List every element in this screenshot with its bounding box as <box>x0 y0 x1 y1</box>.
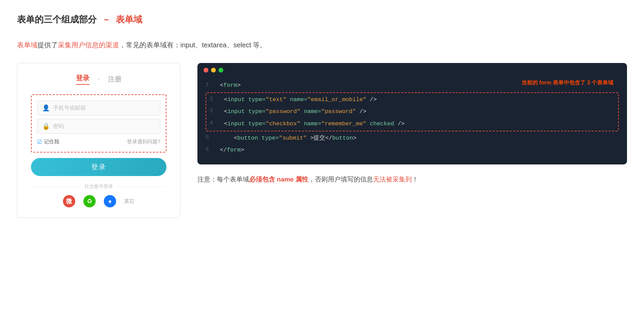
line-num-3: 3 <box>210 106 218 117</box>
desc-channel: 采集用户信息的渠道 <box>58 41 119 49</box>
remember-label: 记住我 <box>44 139 59 145</box>
forgot-link[interactable]: 登录遇到问题? <box>127 139 160 145</box>
weibo-icon[interactable]: 微 <box>63 195 75 207</box>
page-title: 表单的三个组成部分 － 表单域 <box>17 14 627 26</box>
qq-icon[interactable]: ♠ <box>104 195 116 207</box>
note-text2: ，否则用户填写的信息 <box>308 176 373 183</box>
fields-box: 👤 手机号或邮箱 🔒 密码 ☑ 记住我 登录遇到问题? <box>31 94 166 153</box>
note-text3: ！ <box>412 176 418 183</box>
line-num-1: 1 <box>206 79 214 91</box>
social-divider: 社交账号登录 <box>31 184 166 190</box>
phone-placeholder: 手机号或邮箱 <box>53 105 86 112</box>
code-line-4: 4 <input type="checkbox" name="remember_… <box>210 118 615 130</box>
note-text1: 注意：每个表单域 <box>197 176 249 183</box>
remember-left: ☑ 记住我 <box>37 139 59 145</box>
code-annotation: 当前的 form 表单中包含了 3 个表单域 <box>521 79 613 86</box>
social-divider-text: 社交账号登录 <box>84 184 113 190</box>
code-content-1: <form> <box>220 79 241 92</box>
description: 表单域提供了采集用户信息的渠道，常见的表单域有：input、textarea、s… <box>17 39 627 51</box>
desc-form-field: 表单域 <box>17 41 37 49</box>
main-layout: 登录 · 注册 👤 手机号或邮箱 🔒 密码 ☑ 记住我 登录遇到问题? <box>17 63 627 218</box>
code-content-6: </form> <box>220 144 244 156</box>
code-content-2: <input type="text" name="email_or_mobile… <box>224 94 377 106</box>
note-must: 必须包含 name 属性 <box>249 176 308 183</box>
checkbox-icon[interactable]: ☑ <box>37 139 42 145</box>
wechat-icon[interactable]: ♻ <box>83 195 96 207</box>
code-line-2: 2 <input type="text" name="email_or_mobi… <box>210 94 615 106</box>
password-input-row[interactable]: 🔒 密码 <box>37 119 160 134</box>
code-line-3: 3 <input type="password" name="password"… <box>210 106 615 118</box>
tab-login[interactable]: 登录 <box>76 74 90 85</box>
phone-input-row[interactable]: 👤 手机号或邮箱 <box>37 100 160 115</box>
code-line-5: 5 <button type="submit" >提交</button> <box>206 132 619 144</box>
code-body: 当前的 form 表单中包含了 3 个表单域 1 <form> 2 <input… <box>197 73 627 164</box>
code-dashed-lines: 2 <input type="text" name="email_or_mobi… <box>206 92 619 131</box>
window-maximize-dot <box>219 68 223 73</box>
note: 注意：每个表单域必须包含 name 属性，否则用户填写的信息无法被采集到！ <box>197 174 627 185</box>
tab-dot: · <box>98 76 99 83</box>
window-close-dot <box>204 68 208 73</box>
window-minimize-dot <box>211 68 216 73</box>
desc-text4: ，常见的表单域有：input、textarea、select 等。 <box>119 41 267 49</box>
desc-text2: 提供了 <box>37 41 58 49</box>
user-icon: 👤 <box>42 104 50 112</box>
title-prefix: 表单的三个组成部分 <box>17 14 99 25</box>
line-num-6: 6 <box>206 144 214 156</box>
code-content-3: <input type="password" name="password" /… <box>224 106 366 118</box>
login-button[interactable]: 登录 <box>31 158 166 176</box>
note-cannot: 无法被采集到 <box>373 176 412 183</box>
line-num-2: 2 <box>210 94 218 105</box>
line-num-5: 5 <box>206 132 214 144</box>
login-mockup: 登录 · 注册 👤 手机号或邮箱 🔒 密码 ☑ 记住我 登录遇到问题? <box>17 63 180 218</box>
password-placeholder: 密码 <box>53 123 64 130</box>
code-header <box>197 63 627 73</box>
code-content-5: <button type="submit" >提交</button> <box>220 132 356 144</box>
social-icons: 微 ♻ ♠ 其它 <box>31 195 166 207</box>
remember-row: ☑ 记住我 登录遇到问题? <box>37 137 160 146</box>
lock-icon: 🔒 <box>42 123 50 130</box>
login-tabs: 登录 · 注册 <box>31 74 166 85</box>
code-line-6: 6 </form> <box>206 144 619 156</box>
title-dash: － <box>102 14 111 25</box>
line-num-4: 4 <box>210 118 218 129</box>
title-highlight: 表单域 <box>116 14 142 25</box>
code-content-4: <input type="checkbox" name="remember_me… <box>224 118 405 130</box>
code-block-wrapper: 当前的 form 表单中包含了 3 个表单域 1 <form> 2 <input… <box>197 63 627 185</box>
tab-register[interactable]: 注册 <box>108 75 122 84</box>
social-other-label[interactable]: 其它 <box>124 198 134 205</box>
code-block: 当前的 form 表单中包含了 3 个表单域 1 <form> 2 <input… <box>197 63 627 164</box>
